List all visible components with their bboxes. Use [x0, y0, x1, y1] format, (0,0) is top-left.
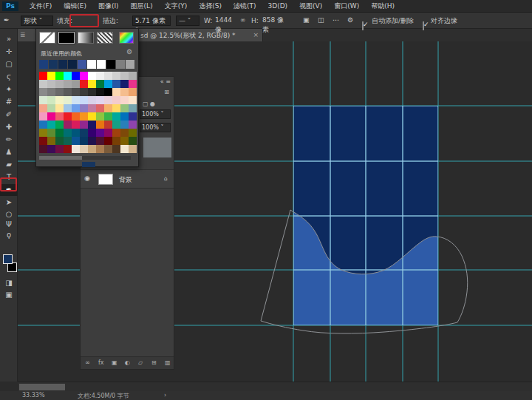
color-swatch[interactable]: [47, 80, 55, 88]
menu-item-文字[interactable]: 文字(Y): [160, 0, 193, 13]
color-swatch[interactable]: [120, 145, 129, 153]
color-swatch[interactable]: [120, 137, 129, 145]
color-swatch[interactable]: [72, 121, 80, 129]
color-swatch[interactable]: [39, 137, 47, 145]
layers-footer-icon-0[interactable]: ∞: [85, 359, 90, 366]
color-swatch[interactable]: [47, 112, 55, 121]
color-swatch[interactable]: [72, 80, 80, 88]
color-swatch[interactable]: [88, 80, 96, 88]
color-swatch[interactable]: [104, 80, 112, 88]
lock-all-icon[interactable]: ●: [150, 101, 155, 107]
eyedropper-tool[interactable]: ✐: [0, 109, 18, 121]
color-swatch[interactable]: [112, 104, 120, 112]
color-swatch[interactable]: [88, 137, 96, 145]
color-swatch[interactable]: [104, 145, 112, 153]
color-swatch[interactable]: [129, 121, 137, 129]
width-field[interactable]: 1444 像: [213, 16, 238, 26]
color-swatch[interactable]: [39, 129, 47, 137]
color-swatch[interactable]: [88, 104, 96, 112]
recent-swatch[interactable]: [116, 60, 125, 69]
recent-swatch[interactable]: [106, 60, 115, 69]
color-swatch[interactable]: [129, 145, 137, 153]
color-swatch[interactable]: [88, 96, 96, 104]
color-swatch[interactable]: [129, 72, 137, 80]
path-alignment-icon[interactable]: ◫: [318, 16, 324, 25]
color-swatch[interactable]: [39, 96, 47, 104]
opacity-field[interactable]: 100% ˅: [140, 109, 171, 119]
swatches-horizontal-scrollbar[interactable]: [39, 156, 131, 160]
screen-mode-button[interactable]: ▣: [0, 289, 18, 301]
color-swatch[interactable]: [120, 88, 129, 96]
menu-item-文件[interactable]: 文件(F): [24, 0, 57, 13]
color-swatch[interactable]: [96, 88, 104, 96]
zoom-tool[interactable]: ϙ: [0, 229, 18, 241]
color-swatch[interactable]: [112, 129, 120, 137]
layers-footer-icon-1[interactable]: fx: [98, 359, 104, 366]
layer-name[interactable]: 背景: [119, 175, 132, 185]
quick-mask-button[interactable]: ◨: [0, 277, 18, 289]
color-swatch[interactable]: [80, 137, 88, 145]
color-swatch[interactable]: [129, 104, 137, 112]
color-swatch[interactable]: [80, 80, 88, 88]
color-swatch[interactable]: [55, 129, 64, 137]
color-swatch[interactable]: [88, 121, 96, 129]
color-swatch[interactable]: [55, 112, 64, 121]
color-swatch[interactable]: [88, 145, 96, 153]
recent-swatch[interactable]: [68, 60, 77, 69]
color-swatch[interactable]: [96, 145, 104, 153]
layers-footer-icon-3[interactable]: ◐: [125, 359, 130, 366]
color-swatch[interactable]: [120, 80, 129, 88]
layers-footer-icon-6[interactable]: ▥: [165, 359, 171, 366]
color-swatch[interactable]: [55, 72, 64, 80]
color-swatch[interactable]: [104, 104, 112, 112]
lasso-tool[interactable]: ϛ: [0, 71, 18, 83]
clone-stamp-tool[interactable]: ♟: [0, 146, 18, 158]
color-swatch[interactable]: [47, 145, 55, 153]
fill-solid-button[interactable]: [58, 32, 75, 44]
color-swatch[interactable]: [72, 96, 80, 104]
color-swatch[interactable]: [47, 96, 55, 104]
fill-none-button[interactable]: [39, 32, 55, 44]
color-swatch[interactable]: [64, 137, 72, 145]
color-swatch[interactable]: [129, 129, 137, 137]
path-operations-icon[interactable]: ▣: [303, 16, 310, 25]
color-swatch[interactable]: [104, 72, 112, 80]
color-swatch[interactable]: [96, 80, 104, 88]
color-swatch[interactable]: [72, 112, 80, 121]
recent-swatch[interactable]: [39, 60, 48, 69]
layers-footer-icon-5[interactable]: ⊞: [151, 359, 157, 366]
menu-item-帮助[interactable]: 帮助(H): [366, 0, 400, 13]
color-swatch[interactable]: [39, 121, 47, 129]
auto-add-delete-checkbox[interactable]: [362, 21, 364, 30]
color-swatch[interactable]: [104, 88, 112, 96]
color-swatch[interactable]: [129, 96, 137, 104]
color-swatch[interactable]: [129, 137, 137, 145]
color-swatch[interactable]: [112, 121, 120, 129]
stroke-style-select[interactable]: — ˅: [176, 16, 200, 26]
recent-swatch[interactable]: [49, 60, 58, 69]
gear-icon[interactable]: ⚙: [347, 16, 353, 25]
color-swatch[interactable]: [64, 129, 72, 137]
collapse-toolbar[interactable]: »: [0, 33, 18, 45]
color-swatch[interactable]: [64, 96, 72, 104]
menu-item-窗口[interactable]: 窗口(W): [329, 0, 364, 13]
color-swatch[interactable]: [112, 96, 120, 104]
recent-swatch[interactable]: [78, 60, 86, 69]
color-swatch[interactable]: [47, 104, 55, 112]
color-swatch[interactable]: [39, 112, 47, 121]
color-swatch[interactable]: [80, 104, 88, 112]
color-swatch[interactable]: [96, 137, 104, 145]
recent-swatch[interactable]: [87, 60, 96, 69]
color-swatch[interactable]: [80, 96, 88, 104]
color-swatch[interactable]: [64, 72, 72, 80]
layer-filter-icon[interactable]: ⊞: [164, 89, 169, 95]
color-swatch[interactable]: [72, 104, 80, 112]
color-swatch[interactable]: [129, 112, 137, 121]
color-swatch[interactable]: [55, 88, 64, 96]
color-swatch[interactable]: [129, 88, 137, 96]
color-swatch[interactable]: [112, 137, 120, 145]
color-swatch[interactable]: [39, 72, 47, 80]
scrollbar-thumb[interactable]: [19, 384, 65, 390]
color-swatch[interactable]: [112, 112, 120, 121]
layer-row-background[interactable]: ◉ 背景 ⌂: [81, 169, 174, 189]
